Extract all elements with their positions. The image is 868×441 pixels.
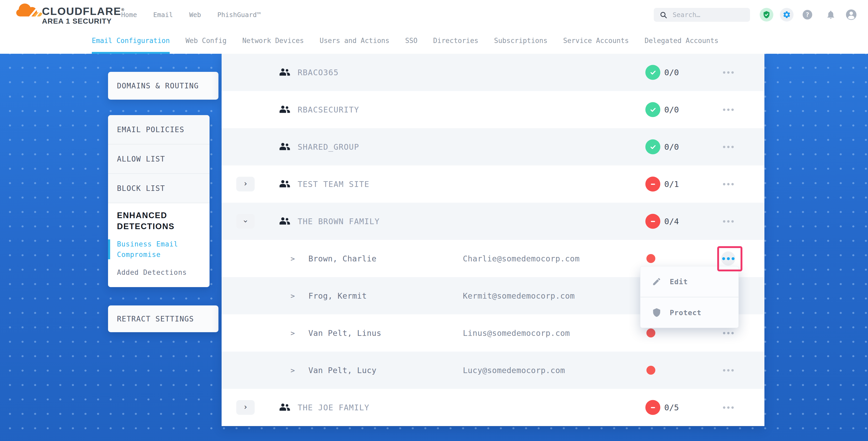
protected-count: 0/0: [664, 142, 679, 152]
member-chevron-icon: >: [290, 292, 295, 300]
top-nav: HomeEmailWebPhishGuard™: [121, 0, 261, 29]
account-button[interactable]: [845, 8, 858, 21]
sidebar-item-label: RETRACT SETTINGS: [117, 315, 194, 323]
row-actions-button[interactable]: [721, 177, 735, 191]
protected-count: 0/5: [664, 403, 679, 412]
search-box[interactable]: [654, 8, 750, 22]
row-actions-button[interactable]: [721, 140, 735, 154]
row-actions-button[interactable]: [721, 214, 735, 228]
row-actions-button[interactable]: [721, 326, 735, 340]
edit-icon: [652, 277, 661, 286]
protected-count: 0/0: [664, 105, 679, 114]
status-blocked-badge: [645, 400, 660, 415]
row-context-menu: EditProtect: [640, 266, 739, 328]
group-name: RBACO365: [298, 68, 339, 77]
cloudflare-logo-icon: [15, 2, 45, 19]
search-input[interactable]: [672, 11, 748, 19]
expand-group-button[interactable]: ›: [236, 400, 255, 415]
row-actions-button[interactable]: [721, 363, 735, 377]
member-chevron-icon: >: [290, 366, 295, 374]
member-email: Kermit@somedemocorp.com: [463, 291, 575, 301]
section-tabs: Email ConfigurationWeb ConfigNetwork Dev…: [0, 29, 868, 54]
brand-tagline: AREA 1 SECURITY: [42, 17, 125, 26]
sidebar-item-email-policies[interactable]: EMAIL POLICIES: [108, 115, 210, 145]
expand-group-button[interactable]: ›: [236, 177, 255, 191]
menu-item-protect[interactable]: Protect: [640, 297, 739, 328]
tab-subscriptions[interactable]: Subscriptions: [494, 29, 548, 54]
collapse-group-button[interactable]: ›: [236, 214, 255, 229]
group-name: TEST TEAM SITE: [298, 180, 370, 189]
group-icon: [279, 105, 291, 114]
status-ok-badge: [645, 139, 660, 154]
sidebar-link-added-detections[interactable]: Added Detections: [117, 267, 203, 278]
settings-button[interactable]: [780, 8, 794, 22]
tab-email-configuration[interactable]: Email Configuration: [92, 29, 170, 54]
question-icon: ?: [802, 9, 813, 21]
status-ok-badge: [645, 102, 660, 117]
table-row-member: >Van Pelt, LucyLucy@somedemocorp.com: [222, 352, 765, 389]
tab-service-accounts[interactable]: Service Accounts: [563, 29, 629, 54]
sidebar-item-label: EMAIL POLICIES: [117, 125, 184, 134]
group-name: THE BROWN FAMILY: [298, 217, 380, 226]
member-email: Linus@somedemocorp.com: [463, 328, 570, 338]
tab-sso[interactable]: SSO: [405, 29, 417, 54]
tab-network-devices[interactable]: Network Devices: [242, 29, 304, 54]
sidebar-item-label: ALLOW LIST: [117, 155, 165, 163]
group-name: THE JOE FAMILY: [298, 403, 370, 412]
member-chevron-icon: >: [290, 255, 295, 263]
sidebar-item-block-list[interactable]: BLOCK LIST: [108, 174, 210, 203]
group-icon: [279, 143, 291, 151]
security-status-button[interactable]: [760, 8, 773, 22]
row-actions-button[interactable]: [721, 102, 735, 117]
notifications-button[interactable]: [825, 9, 837, 21]
tab-directories[interactable]: Directories: [433, 29, 478, 54]
top-nav-link-home[interactable]: Home: [121, 11, 137, 19]
chevron-right-icon: ›: [243, 180, 248, 187]
group-name: SHARED_GROUP: [298, 143, 359, 152]
table-row-group: ›THE JOE FAMILY0/5: [222, 389, 765, 426]
sidebar-item-retract-settings[interactable]: RETRACT SETTINGS: [108, 306, 218, 332]
menu-item-label: Edit: [670, 278, 688, 286]
top-bar: CLOUDFLARE® AREA 1 SECURITY HomeEmailWeb…: [0, 0, 868, 29]
member-email: Lucy@somedemocorp.com: [463, 366, 565, 375]
page: CLOUDFLARE® AREA 1 SECURITY HomeEmailWeb…: [0, 0, 868, 441]
status-blocked-badge: [645, 177, 660, 192]
top-nav-link-phishguard[interactable]: PhishGuard™: [217, 11, 261, 19]
top-nav-link-web[interactable]: Web: [189, 11, 201, 19]
tab-users-and-actions[interactable]: Users and Actions: [320, 29, 390, 54]
group-icon: [279, 68, 291, 77]
member-email: Charlie@somedemocorp.com: [463, 254, 580, 263]
row-actions-button[interactable]: [721, 251, 735, 265]
top-nav-link-email[interactable]: Email: [153, 11, 173, 19]
member-name: Brown, Charlie: [308, 254, 377, 263]
member-name: Van Pelt, Linus: [308, 328, 381, 338]
chevron-right-icon: ›: [243, 403, 248, 411]
search-icon: [659, 11, 668, 19]
sidebar-item-allow-list[interactable]: ALLOW LIST: [108, 145, 210, 174]
table-row-group: RBACO3650/0: [222, 54, 765, 91]
tab-web-config[interactable]: Web Config: [185, 29, 226, 54]
sidebar-card-email-policies: EMAIL POLICIESALLOW LISTBLOCK LIST ENHAN…: [108, 115, 210, 287]
sidebar-section-enhanced-detections[interactable]: ENHANCEDDETECTIONS Business Email Compro…: [108, 203, 210, 287]
brand-name: CLOUDFLARE: [42, 5, 121, 17]
sidebar-link-business-email-compromise[interactable]: Business Email Compromise: [117, 239, 203, 260]
sidebar-item-domains-routing[interactable]: DOMAINS & ROUTING: [108, 72, 218, 100]
table-row-group: SHARED_GROUP0/0: [222, 128, 765, 165]
status-blocked-badge: [645, 214, 660, 229]
member-name: Frog, Kermit: [308, 291, 367, 301]
member-chevron-icon: >: [290, 329, 295, 337]
protected-count: 0/1: [664, 179, 679, 189]
sidebar-item-label: DOMAINS & ROUTING: [117, 82, 199, 90]
menu-item-label: Protect: [670, 309, 702, 317]
content-area: DOMAINS & ROUTING EMAIL POLICIESALLOW LI…: [0, 54, 868, 441]
chevron-down-icon: ›: [242, 219, 250, 224]
group-icon: [279, 217, 291, 226]
groups-table: RBACO3650/0RBACSECURITY0/0SHARED_GROUP0/…: [222, 54, 765, 426]
row-actions-button[interactable]: [721, 65, 735, 80]
tab-delegated-accounts[interactable]: Delegated Accounts: [645, 29, 718, 54]
menu-item-edit[interactable]: Edit: [640, 266, 739, 297]
row-actions-button[interactable]: [721, 400, 735, 414]
member-name: Van Pelt, Lucy: [308, 366, 377, 375]
group-icon: [279, 180, 291, 189]
help-button[interactable]: ?: [802, 9, 813, 21]
